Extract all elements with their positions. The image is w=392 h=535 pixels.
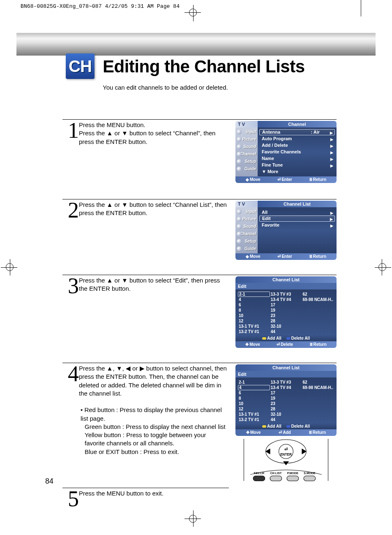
osd-side-tab: Input [235,208,258,215]
osd-header: Channel List [235,364,337,371]
step-instruction: Press the MENU button. Press the ▲ or ▼ … [79,121,227,146]
svg-text:S.MODE: S.MODE [304,472,315,475]
channel-list-item: 13-1 TV #1 [238,412,270,417]
osd-edit-list-add: Channel List Edit 2-1468101213-1 TV #113… [235,364,337,436]
osd-menu-row: Auto Program▶ [259,135,335,142]
menu-icon: Ⅲ [309,254,312,259]
step-number: 1 [62,118,79,143]
step-number: 5 [62,486,79,512]
channel-list-item: 4 [238,297,270,302]
menu-icon: Ⅲ [309,430,312,435]
svg-text:ENTER: ENTER [280,453,292,456]
osd-side-tab: Guide [235,165,258,173]
channel-list-item: 32-10 [270,412,302,417]
page-title: Editing the Channel Lists [103,57,305,76]
channel-list-item: 4 [238,385,270,390]
step-number: 3 [62,273,79,299]
osd-footer: ✥Move ⏎Delete ⅢReturn [235,341,337,348]
left-glyph: ◀ [126,365,131,372]
osd-side-tab: Picture [235,215,258,223]
channel-col-3: 6269-98 NCAM-H.. [302,292,334,334]
osd-footer: ◆Move ⏎Enter ⅢReturn [235,176,337,183]
move-icon: ✥ [245,342,249,347]
channel-list-item: 12 [238,406,270,412]
channel-list-item: 19 [270,396,302,401]
blue-dot-icon [286,425,291,428]
yellow-dot-icon [262,337,266,340]
channel-col-1: 2-1468101213-1 TV #113-2 TV #1 [238,292,270,334]
svg-point-2 [266,440,306,463]
enter-icon: ⏎ [277,342,280,347]
osd-menu-row: Favorite Channels▶ [259,148,335,155]
channel-list-item: 13-2 TV #1 [238,417,270,422]
step-number: 4 [62,361,79,387]
right-glyph: ▶ [140,365,145,372]
menu-icon: Ⅲ [309,177,312,182]
step-rule [62,363,337,363]
channel-list-item: 28 [270,406,302,412]
osd-menu-row: Favorite▶ [259,222,335,228]
channel-col-1: 2-1468101213-1 TV #113-2 TV #1 [238,380,270,422]
up-glyph: ▲ [107,201,113,208]
osd-menu-row: Antenna: Air▶ [259,129,335,135]
up-glyph: ▲ [107,277,113,284]
osd-side-tab: Guide [235,245,258,252]
down-glyph: ▼ [116,365,122,372]
step-instruction: Press the ▲ or ▼ button to select “Chann… [79,201,227,218]
osd-menu-row: ▼ More [259,168,335,175]
channel-col-2: 13-3 TV #313-4 TV #41719232832-1044 [270,292,302,334]
ch-badge: CH CH [66,53,95,79]
channel-list-item: 17 [270,390,302,396]
channel-list-item: 62 [302,380,334,385]
osd-side-tab: Setup [235,158,258,165]
step-rule [62,488,229,488]
osd-bottom-options: Add All Delete All [235,335,337,341]
step-rule [62,275,337,275]
blue-dot-icon [286,337,291,340]
osd-main-list: Antenna: Air▶Auto Program▶Add / Delete▶F… [258,127,337,176]
osd-footer: ◆Move ⏎Enter ⅢReturn [235,253,337,260]
svg-text:P.MODE: P.MODE [287,472,299,475]
enter-icon: ⏎ [279,430,282,435]
page-number: 84 [45,477,53,486]
channel-list-item: 2-1 [238,380,270,385]
channel-list-item: 6 [238,302,270,308]
channel-list-item: 32-10 [270,324,302,329]
svg-text:⏎: ⏎ [284,447,288,452]
channel-list-item: 8 [238,308,270,313]
osd-menu-row: Add / Delete▶ [259,142,335,148]
down-glyph: ▼ [122,130,128,137]
osd-footer: ✥Move ⏎Add ⅢReturn [235,429,337,436]
osd-menu-row: Name▶ [259,155,335,162]
channel-list-item: 17 [270,302,302,308]
header-bar [16,33,376,56]
menu-icon: Ⅲ [310,342,313,347]
osd-menu-row: Edit▶ [259,215,335,222]
channel-list-item: 44 [270,417,302,422]
channel-list-item: 13-4 TV #4 [270,385,302,390]
updown-icon: ◆ [246,254,249,259]
osd-edit-list: Channel List Edit 2-1468101213-1 TV #113… [235,276,337,348]
step-number: 2 [62,197,79,223]
move-icon: ✥ [246,430,249,435]
osd-header-left: T V [235,121,258,127]
channel-list-item: 69-98 NCAM-H.. [302,385,334,390]
step-instruction: Press the ▲, ▼, ◀ or ▶ button to select … [79,364,227,456]
osd-header: Channel List [235,276,337,283]
osd-header-right: Channel List [258,201,337,207]
channel-list-item: 10 [238,313,270,318]
svg-rect-6 [287,476,299,481]
osd-side-tab: Sound [235,143,258,151]
channel-list-item: 44 [270,329,302,334]
svg-text:CH LIST: CH LIST [270,472,281,475]
svg-rect-4 [253,476,265,481]
step-instruction: Press the MENU button to exit. [79,489,227,498]
osd-side-tab: Channel [235,230,258,238]
osd-side-tab: Input [235,128,258,136]
channel-list-item: 23 [270,313,302,318]
channel-list-item: 19 [270,308,302,313]
osd-side-tab: Picture [235,136,258,143]
enter-icon: ⏎ [277,177,281,182]
channel-list-item: 12 [238,318,270,324]
osd-menu-row: All▶ [259,209,335,215]
